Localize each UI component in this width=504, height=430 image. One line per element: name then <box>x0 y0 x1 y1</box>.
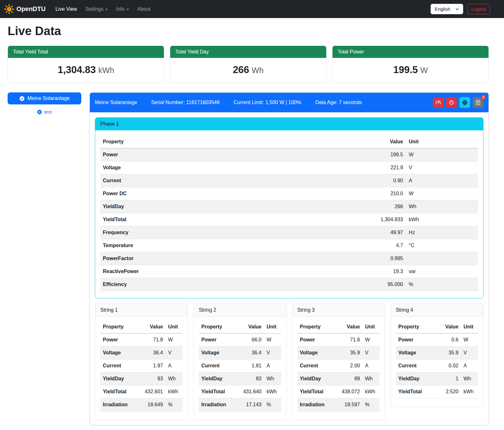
string-table: Property Value Unit Power71.6WVoltage35.… <box>297 321 380 411</box>
table-row: ReactivePower19.3var <box>100 265 478 278</box>
table-cell-val: 93 <box>137 372 166 385</box>
table-row: YieldDay83Wh <box>199 372 281 385</box>
chevron-down-icon <box>127 9 129 10</box>
journal-text-icon <box>475 100 481 105</box>
table-row: Power66.0W <box>199 333 281 346</box>
table-cell-prop: Current <box>297 359 334 372</box>
col-value: Value <box>334 321 363 333</box>
inverter-select-label: Meine Solaranlage <box>28 96 70 101</box>
col-property: Property <box>199 321 235 333</box>
table-cell-unit: V <box>264 346 281 359</box>
table-cell-val: 18.649 <box>137 398 166 411</box>
chevron-down-icon <box>455 7 459 11</box>
phase-panel: Phase 1 Property Value Unit Power199.5WV… <box>95 117 483 298</box>
table-row: Voltage35.9V <box>297 346 380 359</box>
table-cell-unit: V <box>406 161 478 174</box>
table-cell-val: 36.4 <box>235 346 264 359</box>
power-toggle-button[interactable] <box>446 97 457 108</box>
table-row: YieldTotal432.601kWh <box>100 385 183 398</box>
table-cell-prop: Temperature <box>100 239 283 252</box>
nav-links: Live View Settings Info About <box>51 4 155 15</box>
table-cell-prop: Voltage <box>396 346 436 359</box>
table-row: YieldDay1Wh <box>396 372 478 385</box>
chevron-down-icon <box>105 9 108 10</box>
table-cell-val: 49.97 <box>283 226 406 239</box>
table-cell-val: 431.640 <box>235 385 264 398</box>
sidebar-item-test[interactable]: test <box>8 109 81 115</box>
navbar-right: English Logout <box>431 4 490 14</box>
table-cell-unit: Wh <box>461 372 478 385</box>
nav-item-settings[interactable]: Settings <box>81 4 112 15</box>
table-cell-unit: W <box>406 148 478 161</box>
nav-item-info[interactable]: Info <box>112 4 133 15</box>
col-property: Property <box>100 321 137 333</box>
event-log-button[interactable]: 2 <box>473 97 483 108</box>
card-total-yield-total: Total Yield Total 1,304.83kWh <box>8 46 164 83</box>
table-row: Power199.5W <box>100 148 478 161</box>
table-row: YieldDay89Wh <box>297 372 380 385</box>
string-card-4: String 4 Property Value Unit Power0.6WVo… <box>390 303 483 407</box>
summary-cards-row: Total Yield Total 1,304.83kWh Total Yiel… <box>8 46 489 83</box>
table-cell-prop: Current <box>100 174 283 187</box>
language-select[interactable]: English <box>431 4 463 14</box>
string-table: Property Value Unit Power0.6WVoltage35.9… <box>396 321 478 398</box>
table-cell-unit: Wh <box>363 372 380 385</box>
cpu-icon <box>462 100 468 105</box>
table-cell-prop: YieldDay <box>396 372 436 385</box>
table-cell-val: 438.072 <box>334 385 363 398</box>
event-count-badge: 2 <box>481 95 486 100</box>
inverter-header-actions: 2 <box>433 97 483 108</box>
logout-button[interactable]: Logout <box>467 4 490 14</box>
table-cell-prop: YieldTotal <box>396 385 436 398</box>
card-unit: W <box>420 66 428 75</box>
inverter-sidebar: Meine Solaranlage test <box>8 92 81 115</box>
col-value: Value <box>235 321 264 333</box>
table-cell-val: 36.4 <box>137 346 166 359</box>
string-card-title: String 1 <box>95 304 188 317</box>
table-cell-prop: YieldTotal <box>100 385 137 398</box>
table-cell-prop: Irradiation <box>199 398 235 411</box>
string-table: Property Value Unit Power71.8WVoltage36.… <box>100 321 183 411</box>
col-property: Property <box>100 135 283 148</box>
brand-logo[interactable]: OpenDTU <box>4 4 46 15</box>
table-cell-val: 89 <box>334 372 363 385</box>
nav-item-about[interactable]: About <box>133 4 155 15</box>
table-cell-prop: Power <box>100 148 283 161</box>
table-cell-prop: YieldDay <box>100 372 137 385</box>
table-row: Irradiation18.597% <box>297 398 380 411</box>
table-cell-prop: Current <box>199 359 235 372</box>
limit-settings-button[interactable] <box>433 97 444 108</box>
table-cell-val: 1.81 <box>235 359 264 372</box>
table-cell-unit: V <box>363 346 380 359</box>
table-cell-prop: ReactivePower <box>100 265 283 278</box>
data-age: Data Age: 7 seconds <box>315 100 362 105</box>
inverter-select-button[interactable]: Meine Solaranlage <box>8 92 81 104</box>
table-cell-val: 83 <box>235 372 264 385</box>
table-cell-prop: Voltage <box>100 161 283 174</box>
device-info-button[interactable] <box>459 97 470 108</box>
col-value: Value <box>436 321 461 333</box>
nav-item-live-view[interactable]: Live View <box>51 4 81 15</box>
table-cell-unit: % <box>165 398 183 411</box>
inverter-card-header: Meine Solaranlage Serial Number: 1161716… <box>90 93 488 112</box>
table-cell-unit: Hz <box>406 226 478 239</box>
table-cell-unit: Wh <box>165 372 183 385</box>
card-value: 266 <box>233 64 249 75</box>
card-value: 199.5 <box>393 64 418 75</box>
table-cell-unit: W <box>461 333 478 346</box>
string-table: Property Value Unit Power66.0WVoltage36.… <box>199 321 281 411</box>
table-row: YieldTotal1,304.833kWh <box>100 213 478 226</box>
table-cell-unit: A <box>165 359 183 372</box>
table-row: Current1.81A <box>199 359 281 372</box>
table-cell-prop: YieldDay <box>100 200 283 213</box>
phase-body: Property Value Unit Power199.5WVoltage22… <box>95 130 483 298</box>
card-header: Total Yield Total <box>8 46 164 58</box>
table-cell-prop: YieldDay <box>297 372 334 385</box>
strings-row: String 1 Property Value Unit Power71.8WV… <box>95 303 483 420</box>
table-cell-unit: W <box>406 187 478 200</box>
table-cell-unit: W <box>363 333 380 346</box>
table-cell-val: 0.995 <box>283 252 406 265</box>
table-cell-prop: Voltage <box>199 346 235 359</box>
table-row: Power DC210.0W <box>100 187 478 200</box>
table-cell-unit: kWh <box>363 385 380 398</box>
